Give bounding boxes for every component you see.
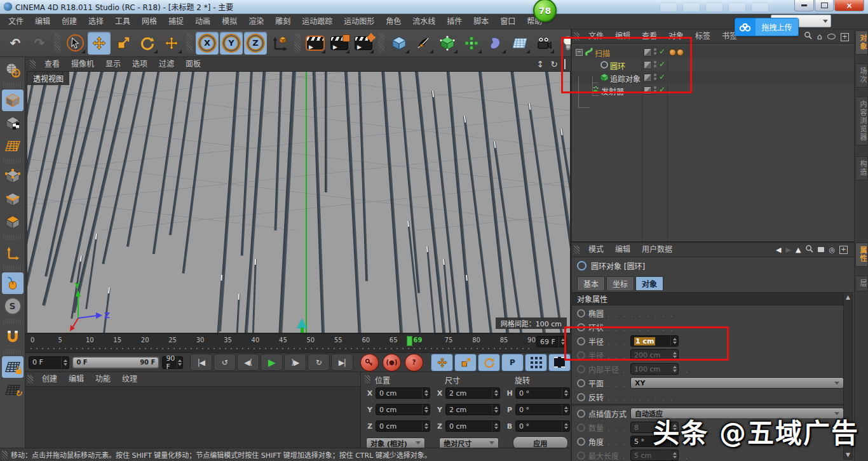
- add-mograph-button[interactable]: [460, 32, 483, 55]
- add-spline-pen-button[interactable]: [412, 32, 435, 55]
- points-mode-button[interactable]: [2, 166, 24, 187]
- material-menu-item-3[interactable]: 纹理: [116, 371, 143, 387]
- workplane-paint-button[interactable]: [2, 135, 24, 157]
- stepper[interactable]: [670, 364, 678, 374]
- redo-button[interactable]: ↷: [28, 32, 51, 55]
- timeline-playhead[interactable]: [407, 336, 412, 346]
- viewport-menu-item-5[interactable]: 面板: [180, 57, 207, 72]
- keyframe-circle-icon[interactable]: [577, 309, 585, 317]
- undo-button[interactable]: ↶: [4, 32, 27, 55]
- side-tab-层[interactable]: 层: [855, 276, 868, 291]
- stepper[interactable]: [562, 404, 569, 415]
- add-deformer-button[interactable]: [484, 32, 507, 55]
- autokeying-button[interactable]: (●): [383, 354, 401, 371]
- key-position-button[interactable]: [431, 354, 453, 371]
- model-mode-button[interactable]: [2, 90, 24, 111]
- next-key-button[interactable]: ↻: [308, 354, 330, 371]
- menu-item-1[interactable]: 编辑: [29, 14, 56, 29]
- side-tab-属性[interactable]: 属性: [855, 243, 868, 267]
- side-tab-构造[interactable]: 构造: [855, 156, 868, 180]
- menu-item-5[interactable]: 网格: [136, 14, 163, 29]
- stepper[interactable]: [492, 404, 499, 415]
- render-to-picture-viewer-button[interactable]: [328, 32, 351, 55]
- panel-grip[interactable]: [30, 60, 36, 69]
- panel-grip[interactable]: [27, 375, 33, 384]
- edges-mode-button[interactable]: [2, 189, 24, 210]
- add-panel-icon[interactable]: +: [841, 31, 849, 41]
- move-button[interactable]: [88, 32, 111, 55]
- next-frame-button[interactable]: )▶: [284, 354, 306, 371]
- scale-button[interactable]: [112, 32, 135, 55]
- maximize-button[interactable]: [815, 0, 834, 11]
- camera-rotate-icon[interactable]: ↻: [550, 59, 558, 69]
- menu-item-3[interactable]: 选择: [83, 14, 109, 29]
- tab-对象[interactable]: 对象: [635, 276, 663, 290]
- lock-axis-z-button[interactable]: Z: [244, 32, 267, 55]
- record-keyframe-button[interactable]: [360, 354, 379, 371]
- attribute-menu-item-1[interactable]: 编辑: [609, 242, 636, 257]
- viewport-menu-item-4[interactable]: 过滤: [153, 57, 180, 72]
- coord-field-旋转-B[interactable]: 0 °: [515, 420, 570, 432]
- soft-selection-button[interactable]: S: [2, 295, 24, 317]
- texture-mode-button[interactable]: [2, 112, 24, 134]
- panel-grip[interactable]: [365, 375, 370, 384]
- attribute-menu-item-0[interactable]: 模式: [583, 242, 609, 257]
- play-forwards-button[interactable]: ▶: [261, 354, 283, 371]
- render-view-button[interactable]: [304, 32, 327, 55]
- menu-item-16[interactable]: 脚本: [468, 14, 494, 29]
- field-最大长度[interactable]: 5 cm: [630, 450, 679, 461]
- convert-tool-button[interactable]: [2, 59, 24, 81]
- minimize-button[interactable]: [794, 0, 814, 11]
- object-manager-menu-item-4[interactable]: 标签: [689, 29, 716, 44]
- previous-key-button[interactable]: ↺: [214, 354, 236, 371]
- home-icon[interactable]: ⌂: [817, 32, 822, 41]
- attribute-section-header[interactable]: 对象属性: [572, 292, 844, 305]
- menu-item-11[interactable]: 运动跟踪: [296, 14, 338, 29]
- material-menu-item-0[interactable]: 创建: [36, 371, 63, 387]
- coord-field-尺寸-Y[interactable]: 2 cm: [445, 404, 500, 415]
- material-menu-item-1[interactable]: 编辑: [63, 371, 90, 387]
- rotate-button[interactable]: [136, 32, 159, 55]
- viewport-3d-view[interactable]: Y Z X 透视视图 网格间距：100 cm: [27, 71, 571, 333]
- scroll-up-icon[interactable]: ▲: [846, 293, 850, 302]
- close-button[interactable]: ×: [834, 0, 864, 11]
- viewport-solo-mode-button[interactable]: [2, 272, 24, 294]
- keyframe-circle-icon[interactable]: [577, 365, 585, 373]
- coord-field-尺寸-X[interactable]: 2 cm: [445, 387, 500, 399]
- panel-grip[interactable]: [574, 246, 580, 254]
- keyframe-circle-icon[interactable]: [577, 451, 585, 460]
- start-frame-field[interactable]: 0 F: [29, 356, 69, 369]
- menu-item-10[interactable]: 雕刻: [269, 14, 296, 29]
- tab-坐标[interactable]: 坐标: [606, 276, 634, 290]
- add-generator-button[interactable]: [436, 32, 459, 55]
- viewport-menu-item-0[interactable]: 查看: [39, 57, 65, 72]
- viewport-menu-item-3[interactable]: 选项: [126, 57, 153, 72]
- menu-item-13[interactable]: 角色: [380, 14, 407, 29]
- add-panel-icon[interactable]: +: [839, 245, 848, 254]
- current-frame-field[interactable]: 69 F: [536, 336, 567, 347]
- key-parameter-button[interactable]: P: [501, 354, 524, 371]
- menu-item-4[interactable]: 工具: [109, 14, 136, 29]
- menu-item-15[interactable]: 插件: [441, 14, 468, 29]
- drag-upload-button[interactable]: 拖拽上传: [735, 18, 799, 36]
- menu-item-7[interactable]: 动画: [189, 14, 216, 29]
- path-icon[interactable]: [827, 32, 836, 41]
- attribute-menu-item-2[interactable]: 用户数据: [636, 242, 678, 257]
- menu-item-14[interactable]: 流水线: [407, 14, 441, 29]
- stepper[interactable]: [492, 388, 499, 398]
- camera-pan-icon[interactable]: [523, 60, 531, 69]
- panel-grip[interactable]: [2, 451, 8, 459]
- coord-field-位置-Z[interactable]: 0 cm: [376, 420, 430, 432]
- live-selection-button[interactable]: [64, 32, 86, 55]
- enable-snap-button[interactable]: [2, 326, 24, 347]
- menu-item-6[interactable]: 捕捉: [163, 14, 189, 29]
- coordinate-system-button[interactable]: [268, 32, 291, 55]
- coord-field-位置-X[interactable]: 0 cm: [376, 387, 430, 399]
- key-rotation-button[interactable]: [478, 354, 500, 371]
- coord-mode-dropdown[interactable]: 对象 (相对): [366, 438, 425, 449]
- key-scale-button[interactable]: [454, 354, 477, 371]
- render-settings-button[interactable]: [352, 32, 375, 55]
- menu-item-17[interactable]: 窗口: [494, 14, 521, 29]
- menu-item-12[interactable]: 运动图形: [338, 14, 380, 29]
- coord-field-旋转-H[interactable]: 0 °: [515, 387, 570, 399]
